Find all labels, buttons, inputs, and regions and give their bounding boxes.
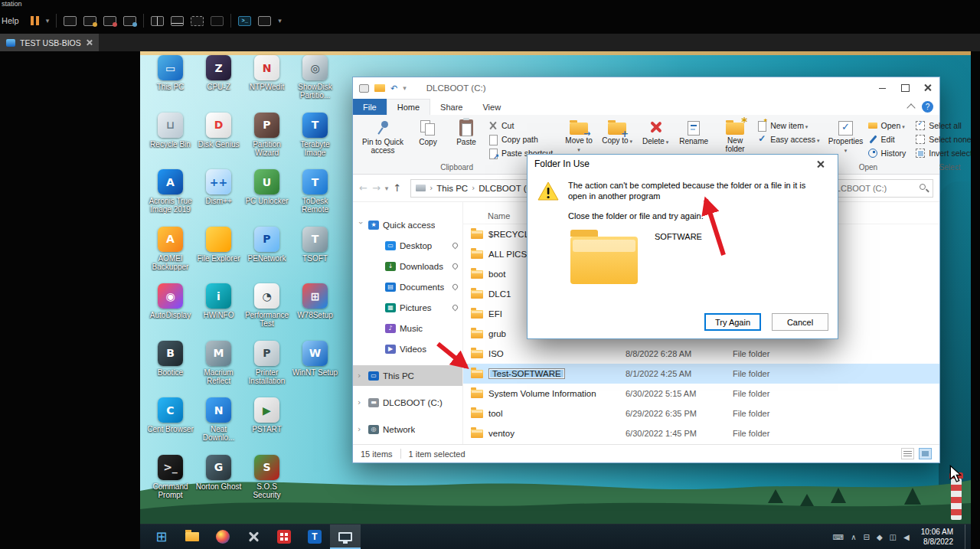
history-button[interactable]: History <box>867 148 906 158</box>
file-name[interactable]: ventoy <box>488 429 514 438</box>
desktop-icon[interactable]: P PENetwork <box>243 227 291 284</box>
desktop-icon[interactable]: T TSOFT <box>291 227 339 284</box>
nav-item[interactable]: ▭ Desktop <box>353 235 462 256</box>
taskbar-todesk-app[interactable]: T <box>299 524 330 549</box>
file-row[interactable]: System Volume Information 6/30/2022 5:15… <box>463 384 939 404</box>
desktop-icon[interactable]: S S.O.S Security <box>243 455 291 512</box>
tab-share[interactable]: Share <box>430 99 472 115</box>
select-all-button[interactable]: Select all <box>915 120 971 131</box>
tab-view[interactable]: View <box>472 99 511 115</box>
tray-icon[interactable]: ⌨ <box>833 533 844 541</box>
console-icon[interactable]: >_ <box>238 16 251 26</box>
show-thumbnail-bar-icon[interactable] <box>171 16 184 26</box>
file-row[interactable]: ISO 8/8/2022 6:28 AM File folder <box>463 344 939 364</box>
file-name[interactable]: tool <box>488 409 503 418</box>
cancel-button[interactable]: Cancel <box>772 313 828 331</box>
properties-button[interactable]: Properties <box>828 118 864 155</box>
file-row[interactable]: tool 6/29/2022 6:35 PM File folder <box>463 404 939 423</box>
desktop-icon[interactable]: A Acronis True Image 2019 <box>146 169 194 227</box>
minimize-button[interactable] <box>871 77 893 99</box>
desktop-icon[interactable]: M Macrium Reflect <box>194 341 243 398</box>
desktop-icon[interactable]: U PC Unlocker <box>243 169 291 227</box>
desktop-icon[interactable]: >_ Command Prompt <box>146 455 194 512</box>
desktop-icon[interactable]: P Printer Installation <box>243 341 291 398</box>
snapshot-manager-icon[interactable] <box>123 16 136 26</box>
dialog-titlebar[interactable]: Folder In Use <box>528 155 838 173</box>
new-item-button[interactable]: New item <box>756 120 819 131</box>
tab-file[interactable]: File <box>353 99 387 115</box>
snapshot-revert-icon[interactable] <box>103 16 116 26</box>
breadcrumb-this-pc[interactable]: This PC <box>436 184 468 193</box>
delete-button[interactable]: Delete <box>637 118 674 147</box>
maximize-button[interactable] <box>893 77 916 99</box>
nav-item[interactable]: ▶ Videos <box>353 338 462 359</box>
vm-tab-test-usb-bios[interactable]: TEST USB-BIOS <box>0 34 99 51</box>
desktop-icon[interactable]: G Norton Ghost <box>194 455 243 512</box>
open-button[interactable]: Open <box>867 120 906 131</box>
tray-icon[interactable]: ◀ <box>903 533 910 541</box>
taskbar-file-explorer[interactable] <box>177 524 207 549</box>
taskbar-dlcboot-app[interactable] <box>207 524 238 549</box>
pause-vm-button[interactable] <box>31 16 39 25</box>
desktop-icon[interactable]: ++ Dism++ <box>194 169 243 227</box>
chevron-icon[interactable] <box>356 221 366 228</box>
collapse-ribbon-icon[interactable] <box>906 103 915 112</box>
send-ctrl-alt-del-icon[interactable] <box>64 16 77 26</box>
desktop-icon[interactable]: P Partition Wizard <box>243 113 291 170</box>
tray-icon[interactable]: ⊟ <box>863 533 869 541</box>
tab-home[interactable]: Home <box>387 99 430 115</box>
unity-mode-icon[interactable] <box>211 16 224 26</box>
desktop-icon[interactable]: ◔ Performance Test <box>243 283 291 341</box>
desktop-icon[interactable]: T Terabyte Image <box>291 113 339 170</box>
desktop-icon[interactable]: ▶ PSTART <box>243 397 291 455</box>
toolbar-dropdown-icon[interactable]: ▾ <box>278 17 282 25</box>
desktop-icon[interactable]: i HWiNFO <box>194 283 243 341</box>
undo-icon[interactable]: ↶ <box>390 84 397 93</box>
breadcrumb-separator[interactable]: › <box>472 184 475 192</box>
desktop-icon[interactable]: ◉ AutoDisplay <box>146 283 194 341</box>
nav-item[interactable]: ↓ Downloads <box>353 256 462 276</box>
file-name[interactable]: System Volume Information <box>488 389 596 398</box>
try-again-button[interactable]: Try Again <box>704 313 761 331</box>
desktop-icon[interactable]: B Bootice <box>146 341 194 398</box>
show-library-icon[interactable] <box>151 16 164 26</box>
select-none-button[interactable]: Select none <box>915 134 971 145</box>
paste-button[interactable]: Paste <box>448 118 485 148</box>
desktop-icon[interactable]: N NTPWedit <box>243 55 291 113</box>
rename-button[interactable]: Rename <box>675 118 712 147</box>
file-name[interactable]: grub <box>488 329 506 338</box>
close-button[interactable] <box>916 77 939 99</box>
nav-item[interactable]: ▭ This PC <box>353 365 462 386</box>
easy-access-button[interactable]: Easy access <box>756 134 819 145</box>
taskbar-display-app-active[interactable] <box>330 524 361 549</box>
desktop-icon[interactable]: ⊞ W78Setup <box>291 283 339 341</box>
explorer-titlebar[interactable]: ↶ ▾ DLCBOOT (C:) <box>353 77 939 99</box>
cut-button[interactable]: Cut <box>488 120 553 131</box>
nav-item[interactable]: ▬ DLCBOOT (C:) <box>353 392 462 413</box>
desktop-icon[interactable]: T ToDesk Remote <box>291 169 339 227</box>
file-name[interactable]: EFI <box>488 309 502 319</box>
desktop-icon[interactable]: Z CPU-Z <box>194 55 243 113</box>
file-name[interactable]: Test-SOFTWARE <box>488 368 565 379</box>
copy-button[interactable]: Copy <box>410 118 446 148</box>
file-name[interactable]: ISO <box>488 349 504 358</box>
desktop-icon[interactable]: ▭ This PC <box>146 55 194 113</box>
desktop-icon[interactable]: C Cent Browser <box>146 397 194 455</box>
new-folder-button[interactable]: New folder <box>717 118 753 155</box>
back-icon[interactable]: ← <box>359 183 368 193</box>
help-icon[interactable]: ? <box>922 101 933 113</box>
recent-locations-icon[interactable]: ▾ <box>385 185 389 192</box>
chevron-icon[interactable] <box>358 371 364 381</box>
taskbar-remote-app[interactable] <box>269 524 299 549</box>
desktop-icon[interactable]: W WinNT Setup <box>291 341 339 398</box>
invert-selection-button[interactable]: Invert selection <box>915 148 971 158</box>
file-name[interactable]: DLC1 <box>488 289 511 299</box>
start-button[interactable]: ⊞ <box>146 524 177 549</box>
copy-to-button[interactable]: Copy to <box>599 118 635 146</box>
desktop-icon[interactable]: ◎ ShowDisk Partitio... <box>291 55 339 113</box>
desktop-icon[interactable]: D Disk Genius <box>194 113 243 170</box>
nav-item[interactable]: ◎ Network <box>353 419 462 440</box>
qat-dropdown-icon[interactable]: ▾ <box>403 84 407 92</box>
tray-icon[interactable]: ◆ <box>877 533 883 541</box>
taskbar-clock[interactable]: 10:06 AM 8/8/2022 <box>916 527 958 547</box>
